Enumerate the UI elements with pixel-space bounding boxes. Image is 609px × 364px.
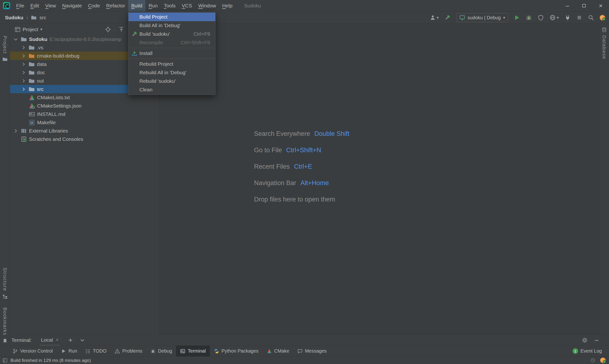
toolbar-actions: ▾ sudoku | Debug ▾ ▾ xyxy=(430,13,609,22)
right-tool-stripe: Database xyxy=(599,24,609,345)
folder-icon xyxy=(28,44,35,51)
tree-row-external-libraries[interactable]: External Libraries xyxy=(10,127,159,135)
run-icon xyxy=(514,14,520,21)
menu-item-rebuild-project[interactable]: Rebuild Project xyxy=(129,60,215,68)
close-button[interactable]: × xyxy=(592,0,609,12)
menu-item-rebuild-sudoku[interactable]: Rebuild 'sudoku' xyxy=(129,77,215,85)
hint-recent-files: Recent Files Ctrl+E xyxy=(254,158,350,175)
chevron-collapsed-icon[interactable] xyxy=(13,128,19,134)
build-button[interactable] xyxy=(444,14,451,21)
tree-row-install-md[interactable]: INSTALL.md xyxy=(10,110,159,118)
toolwindow-cmake[interactable]: CMake xyxy=(263,346,293,356)
menu-help[interactable]: Help xyxy=(219,0,235,12)
menu-separator xyxy=(129,59,215,59)
editor-area: Search Everywhere Double Shift Go to Fil… xyxy=(159,24,599,335)
collapse-all-icon[interactable] xyxy=(118,26,124,33)
project-panel-title[interactable]: Project xyxy=(23,27,38,32)
toolwindow-messages[interactable]: Messages xyxy=(293,346,331,356)
menu-item-build-all-debug[interactable]: Build All in 'Debug' xyxy=(129,21,215,30)
toolwindow-run[interactable]: Run xyxy=(57,346,81,356)
toolwindow-terminal[interactable]: Terminal xyxy=(176,346,210,356)
menu-vcs[interactable]: VCS xyxy=(179,0,195,12)
branch-icon xyxy=(13,349,18,354)
folder-icon xyxy=(28,86,35,92)
folder-icon xyxy=(31,15,37,20)
tree-row-cmakesettings[interactable]: CMakeSettings.json xyxy=(10,102,159,110)
status-bar: Build finished in 129 ms (8 minutes ago) xyxy=(0,356,609,364)
chevron-down-icon: ▾ xyxy=(503,15,505,20)
minimize-button[interactable]: – xyxy=(559,0,576,12)
toolwindow-version-control[interactable]: Version Control xyxy=(9,346,57,356)
chevron-collapsed-icon[interactable] xyxy=(21,70,26,75)
menu-edit[interactable]: Edit xyxy=(27,0,42,12)
menu-item-rebuild-all-debug[interactable]: Rebuild All in 'Debug' xyxy=(129,68,215,77)
chevron-collapsed-icon[interactable] xyxy=(21,53,26,59)
maximize-button[interactable] xyxy=(576,0,592,12)
chevron-collapsed-icon[interactable] xyxy=(21,45,26,51)
locate-file-icon[interactable] xyxy=(105,26,111,33)
chevron-expanded-icon[interactable] xyxy=(13,36,19,42)
menu-tools[interactable]: Tools xyxy=(161,0,179,12)
run-button[interactable] xyxy=(514,14,520,21)
tree-row-makefile[interactable]: M Makefile xyxy=(10,118,159,127)
run-configuration-select[interactable]: sudoku | Debug ▾ xyxy=(456,13,508,22)
stop-button[interactable] xyxy=(576,15,582,20)
stripe-structure[interactable]: Structure xyxy=(2,268,8,299)
breadcrumb: Sudoku › src xyxy=(0,14,46,21)
scratches-icon xyxy=(21,136,27,142)
vcs-user-button[interactable]: ▾ xyxy=(430,14,439,21)
status-widget-icon[interactable] xyxy=(590,358,596,363)
hide-toolwindow-button[interactable]: – xyxy=(595,336,598,344)
build-status-message[interactable]: Build finished in 129 ms (8 minutes ago) xyxy=(11,358,91,363)
menu-item-clean[interactable]: Clean xyxy=(129,85,215,94)
terminal-tab-local[interactable]: Local × xyxy=(39,335,60,345)
search-everywhere-button[interactable] xyxy=(588,14,594,21)
chevron-collapsed-icon[interactable] xyxy=(21,86,26,92)
menu-view[interactable]: View xyxy=(42,0,59,12)
attach-to-process-button[interactable] xyxy=(565,14,571,21)
profiler-button[interactable]: ▾ xyxy=(550,14,559,21)
breadcrumb-project[interactable]: Sudoku xyxy=(5,15,23,20)
menu-bar: File Edit View Navigate Code Refactor Bu… xyxy=(0,0,609,12)
menu-window[interactable]: Window xyxy=(195,0,219,12)
menu-run[interactable]: Run xyxy=(145,0,161,12)
stripe-database[interactable]: Database xyxy=(599,27,609,59)
toolwindow-todo[interactable]: TODO xyxy=(81,346,110,356)
hammer-icon xyxy=(131,31,138,37)
menu-item-build-project[interactable]: Build Project xyxy=(129,13,215,21)
menu-navigate[interactable]: Navigate xyxy=(59,0,85,12)
chevron-collapsed-icon[interactable] xyxy=(21,78,26,84)
folder-icon xyxy=(21,36,27,42)
coverage-button[interactable] xyxy=(538,14,544,21)
toolwindow-python-packages[interactable]: Python Packages xyxy=(210,346,263,356)
toolwindow-debug[interactable]: Debug xyxy=(146,346,176,356)
menu-code[interactable]: Code xyxy=(85,0,103,12)
toolwindow-quick-access-icon[interactable] xyxy=(2,358,8,363)
tree-row-scratches[interactable]: Scratches and Consoles xyxy=(10,135,159,143)
build-menu-popup: Build Project Build All in 'Debug' Build… xyxy=(128,12,216,95)
debug-button[interactable] xyxy=(526,14,532,21)
terminal-settings-gear-icon[interactable] xyxy=(582,337,588,343)
markdown-file-icon xyxy=(29,111,35,117)
terminal-options-chevron-icon[interactable] xyxy=(79,337,85,343)
menu-build[interactable]: Build xyxy=(128,0,146,12)
stripe-bookmarks[interactable]: Bookmarks xyxy=(2,307,8,344)
toolwindow-problems[interactable]: Problems xyxy=(111,346,146,356)
stripe-project[interactable]: Project xyxy=(0,36,10,62)
menu-refactor[interactable]: Refactor xyxy=(103,0,128,12)
chevron-down-icon[interactable]: ▾ xyxy=(40,27,42,32)
main-menus: File Edit View Navigate Code Refactor Bu… xyxy=(13,0,235,12)
app-window-icon xyxy=(459,15,465,20)
close-tab-icon[interactable]: × xyxy=(56,337,59,343)
menu-item-install[interactable]: Install xyxy=(129,49,215,58)
event-log-button[interactable]: 1 Event Log xyxy=(573,346,602,356)
update-indicator-icon[interactable] xyxy=(600,15,605,20)
new-terminal-button[interactable]: + xyxy=(68,337,72,344)
chevron-collapsed-icon[interactable] xyxy=(21,61,26,67)
update-indicator-icon[interactable] xyxy=(600,358,606,363)
breadcrumb-current[interactable]: src xyxy=(39,15,46,20)
menu-file[interactable]: File xyxy=(13,0,27,12)
user-icon xyxy=(430,14,436,21)
menu-item-build-sudoku[interactable]: Build 'sudoku' Ctrl+F9 xyxy=(129,30,215,38)
excluded-folder-icon xyxy=(28,53,35,59)
